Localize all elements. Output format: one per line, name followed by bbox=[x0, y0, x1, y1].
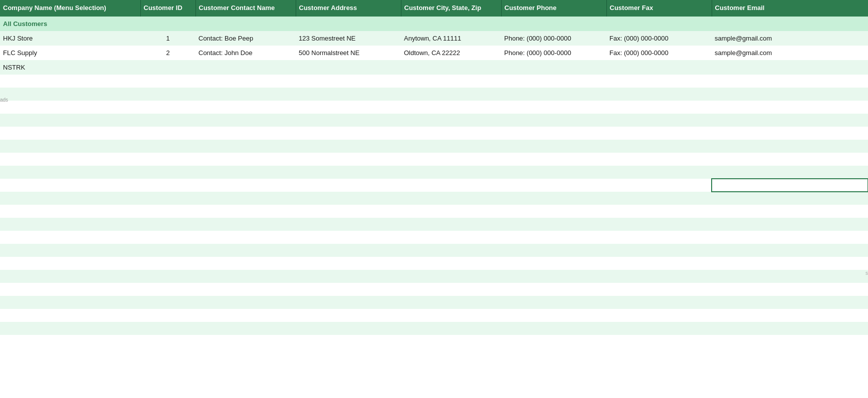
empty-row[interactable] bbox=[0, 127, 868, 140]
col-header-address[interactable]: Customer Address bbox=[296, 0, 401, 17]
empty-row[interactable] bbox=[0, 309, 868, 322]
side-label: s bbox=[865, 270, 868, 276]
cell-id: 1 bbox=[140, 31, 195, 46]
cell-id: 2 bbox=[140, 46, 195, 60]
empty-row[interactable] bbox=[0, 179, 868, 192]
cell-company: HKJ Store bbox=[0, 31, 140, 46]
col-header-fax[interactable]: Customer Fax bbox=[606, 0, 712, 17]
empty-row[interactable] bbox=[0, 257, 868, 270]
table-row[interactable]: FLC Supply 2 Contact: John Doe 500 Norma… bbox=[0, 46, 868, 60]
cell-contact bbox=[195, 60, 296, 75]
empty-row[interactable] bbox=[0, 153, 868, 166]
empty-row[interactable] bbox=[0, 88, 868, 101]
empty-row[interactable] bbox=[0, 270, 868, 283]
empty-row[interactable] bbox=[0, 218, 868, 231]
empty-row[interactable] bbox=[0, 166, 868, 179]
empty-row[interactable] bbox=[0, 322, 868, 335]
table-header: Company Name (Menu Selection) Customer I… bbox=[0, 0, 868, 17]
cell-email bbox=[712, 60, 868, 75]
cell-city: Anytown, CA 11111 bbox=[401, 31, 501, 46]
empty-row[interactable] bbox=[0, 101, 868, 114]
col-header-city[interactable]: Customer City, State, Zip bbox=[401, 0, 501, 17]
header-row: Company Name (Menu Selection) Customer I… bbox=[0, 0, 868, 17]
all-customers-row[interactable]: All Customers bbox=[0, 17, 868, 31]
all-customers-label: All Customers bbox=[0, 17, 868, 31]
empty-row[interactable] bbox=[0, 244, 868, 257]
cell-fax: Fax: (000) 000-0000 bbox=[606, 31, 712, 46]
cell-fax: Fax: (000) 000-0000 bbox=[606, 46, 712, 60]
empty-row[interactable] bbox=[0, 75, 868, 88]
cell-phone bbox=[501, 60, 606, 75]
empty-row[interactable] bbox=[0, 296, 868, 309]
cell-city: Oldtown, CA 22222 bbox=[401, 46, 501, 60]
col-header-contact[interactable]: Customer Contact Name bbox=[195, 0, 296, 17]
cell-address: 123 Somestreet NE bbox=[296, 31, 401, 46]
col-header-id[interactable]: Customer ID bbox=[140, 0, 195, 17]
empty-row[interactable] bbox=[0, 114, 868, 127]
cell-address bbox=[296, 60, 401, 75]
empty-row[interactable] bbox=[0, 283, 868, 296]
cell-company: FLC Supply bbox=[0, 46, 140, 60]
col-header-company[interactable]: Company Name (Menu Selection) bbox=[0, 0, 140, 17]
empty-row[interactable] bbox=[0, 205, 868, 218]
cell-city bbox=[401, 60, 501, 75]
table-row[interactable]: HKJ Store 1 Contact: Boe Peep 123 Somest… bbox=[0, 31, 868, 46]
empty-row[interactable] bbox=[0, 335, 868, 348]
cell-phone: Phone: (000) 000-0000 bbox=[501, 31, 606, 46]
spreadsheet-container: Company Name (Menu Selection) Customer I… bbox=[0, 0, 868, 398]
customers-table: Company Name (Menu Selection) Customer I… bbox=[0, 0, 868, 348]
cell-id bbox=[140, 60, 195, 75]
cell-company: NSTRK bbox=[0, 60, 140, 75]
empty-row[interactable] bbox=[0, 231, 868, 244]
table-row[interactable]: NSTRK bbox=[0, 60, 868, 75]
cell-email: sample@gmail.com bbox=[712, 46, 868, 60]
cell-fax bbox=[606, 60, 712, 75]
empty-row[interactable] bbox=[0, 192, 868, 205]
cell-address: 500 Normalstreet NE bbox=[296, 46, 401, 60]
ads-label: ads bbox=[0, 97, 8, 103]
cell-contact: Contact: Boe Peep bbox=[195, 31, 296, 46]
cell-contact: Contact: John Doe bbox=[195, 46, 296, 60]
cell-email: sample@gmail.com bbox=[712, 31, 868, 46]
col-header-phone[interactable]: Customer Phone bbox=[501, 0, 606, 17]
col-header-email[interactable]: Customer Email bbox=[712, 0, 868, 17]
table-body: All Customers HKJ Store 1 Contact: Boe P… bbox=[0, 17, 868, 348]
cell-phone: Phone: (000) 000-0000 bbox=[501, 46, 606, 60]
empty-row[interactable] bbox=[0, 140, 868, 153]
